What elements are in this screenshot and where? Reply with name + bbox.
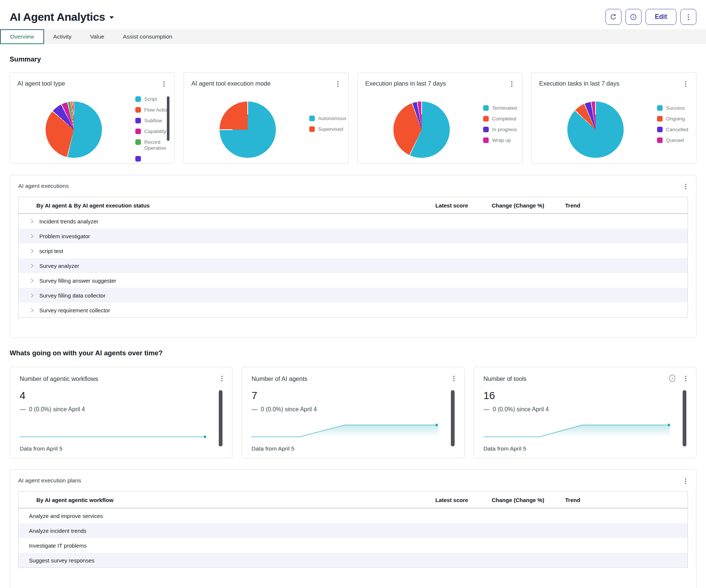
card-title: AI agent tool execution mode	[191, 80, 341, 87]
table-row[interactable]: Suggest survey responses	[19, 553, 687, 568]
legend-item[interactable]: Wrap up	[483, 137, 517, 143]
pie-chart[interactable]	[393, 102, 450, 158]
row-expand-chevron-icon[interactable]	[29, 218, 35, 224]
executions-table: By AI agent & By AI agent execution stat…	[18, 197, 688, 318]
info-icon	[630, 13, 637, 21]
card-title: AI agent execution plans	[18, 477, 688, 484]
card-menu-button[interactable]: ⋮	[333, 79, 343, 89]
time-slider-handle[interactable]	[451, 390, 455, 446]
header-actions: Edit ⋮	[606, 9, 696, 25]
row-expand-chevron-icon[interactable]	[29, 278, 35, 283]
table-row[interactable]: Survey filling data collector	[19, 288, 687, 303]
kebab-icon: ⋮	[685, 13, 692, 20]
refresh-icon	[610, 13, 617, 21]
tab-overview[interactable]: Overview	[0, 29, 44, 44]
table-row[interactable]: Analyze incident trends	[19, 523, 687, 538]
card-menu-button[interactable]: ⋮	[680, 476, 691, 486]
edit-button[interactable]: Edit	[646, 9, 676, 25]
tab-assist-consumption[interactable]: Assist consumption	[113, 29, 182, 44]
sparkline-chart	[484, 422, 670, 443]
card-menu-button[interactable]: ⋮	[159, 79, 169, 89]
legend-item[interactable]: Cancelled	[657, 127, 688, 133]
row-expand-chevron-icon[interactable]	[29, 292, 35, 298]
card-menu-button[interactable]: ⋮	[449, 373, 459, 383]
card-execution-plans-last-7-days: Execution plans in last 7 days ⋮ Termina…	[357, 72, 522, 164]
legend-swatch-icon	[135, 96, 141, 102]
legend-item[interactable]: Record Operation	[135, 139, 174, 151]
table-row[interactable]: Survey filling answer suggester	[19, 273, 687, 288]
legend-item[interactable]: Autonomous	[309, 116, 346, 122]
legend-label: Supervised	[318, 126, 343, 132]
kpi-value: 7	[251, 390, 454, 402]
legend-item[interactable]: Ongoing	[657, 116, 688, 122]
table-row[interactable]: Investigate IT problems	[19, 538, 687, 553]
table-header-row: By AI agent & By AI agent execution stat…	[19, 197, 687, 214]
time-slider-handle[interactable]	[219, 390, 222, 446]
legend-item[interactable]: Queued	[657, 137, 688, 143]
kpi-value: 4	[20, 390, 222, 402]
legend-scrollbar-thumb[interactable]	[167, 96, 169, 141]
legend-item[interactable]: Completed	[483, 116, 517, 122]
row-label: Survey analyzer	[39, 263, 79, 269]
legend-label: Subflow	[144, 118, 162, 124]
legend-label: Script	[144, 96, 157, 102]
card-ai-agent-executions: AI agent executions ⋮ By AI agent & By A…	[10, 175, 696, 338]
pie-chart[interactable]	[46, 102, 102, 158]
kpi-delta-text: 0 (0.0%) since April 4	[493, 406, 549, 413]
row-label: Survey filling answer suggester	[39, 278, 116, 284]
column-header-latest-score: Latest score	[435, 497, 492, 503]
no-change-dash-icon: —	[251, 406, 257, 413]
timeline-heading: Whats going on with your AI agents over …	[10, 349, 706, 357]
kpi-value: 16	[484, 390, 686, 402]
row-expand-chevron-icon[interactable]	[29, 307, 35, 313]
table-row[interactable]: Survey analyzer	[19, 258, 687, 273]
card-menu-button[interactable]: ⋮	[680, 79, 691, 89]
card-menu-button[interactable]: ⋮	[680, 181, 691, 192]
kebab-icon: ⋮	[161, 80, 167, 88]
legend-item[interactable]: Terminated	[483, 105, 517, 111]
legend-label: Wrap up	[492, 137, 511, 143]
more-button[interactable]: ⋮	[680, 9, 696, 25]
page-title: AI Agent Analytics	[10, 11, 105, 23]
sparkline-chart	[251, 422, 438, 443]
row-label: Survey requirement collector	[39, 307, 110, 313]
info-button[interactable]	[626, 9, 641, 25]
table-row[interactable]: Analyze and improve services	[19, 508, 687, 523]
pie-chart[interactable]	[567, 102, 624, 158]
legend-item[interactable]: Success	[657, 105, 688, 111]
legend-swatch-icon	[135, 118, 141, 123]
title-dropdown-caret-icon[interactable]	[109, 16, 114, 19]
kpi-info-button[interactable]: i	[667, 373, 677, 383]
card-number-of-ai-agents: Number of AI agents ⋮ 7 — 0 (0.0%) since…	[241, 367, 464, 458]
table-row[interactable]: Incident trends analyzer	[19, 214, 687, 229]
kpi-delta: — 0 (0.0%) since April 4	[20, 406, 222, 413]
card-menu-button[interactable]: ⋮	[217, 373, 227, 383]
row-expand-chevron-icon[interactable]	[29, 263, 35, 269]
row-expand-chevron-icon[interactable]	[29, 233, 35, 239]
no-change-dash-icon: —	[20, 406, 26, 413]
time-slider-handle[interactable]	[683, 390, 686, 446]
table-row[interactable]: Survey requirement collector	[19, 303, 687, 318]
execution-plans-table: By AI agent agentic workflow Latest scor…	[18, 491, 688, 568]
summary-heading: Summary	[10, 55, 706, 63]
legend-item[interactable]: Supervised	[309, 126, 346, 132]
legend-item-clipped[interactable]	[135, 156, 174, 162]
legend-label: Success	[666, 105, 685, 111]
card-menu-button[interactable]: ⋮	[507, 79, 517, 89]
card-title: AI agent tool type	[17, 80, 167, 87]
refresh-button[interactable]	[606, 9, 621, 25]
tab-activity[interactable]: Activity	[44, 29, 81, 44]
tab-value[interactable]: Value	[81, 29, 114, 44]
row-expand-chevron-icon[interactable]	[29, 248, 35, 254]
row-label: Survey filling data collector	[39, 292, 105, 299]
sparkline-chart	[20, 422, 206, 443]
legend-swatch-icon	[483, 127, 489, 132]
legend-item[interactable]: In progress	[483, 127, 517, 133]
table-row[interactable]: script test	[19, 243, 687, 258]
card-title: Execution plans in last 7 days	[365, 80, 515, 87]
card-menu-button[interactable]: ⋮	[680, 373, 691, 383]
column-header-change: Change (Change %)	[492, 202, 565, 209]
pie-chart[interactable]	[220, 102, 276, 158]
card-title: AI agent executions	[18, 183, 688, 189]
table-row[interactable]: Problem investigator	[19, 229, 687, 243]
